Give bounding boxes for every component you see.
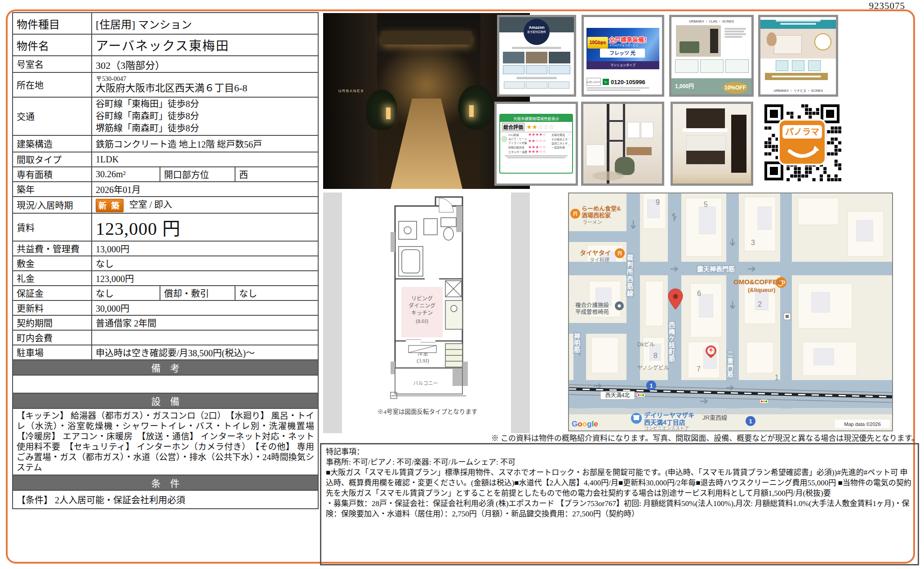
flets-speed: 10Gbps [587,37,608,49]
property-spec-table: 物件種目 [住居用] マンション 物件名 アーバネックス東梅田 号室名 302（… [12,12,319,509]
special-notes-line: ・募集戸数：28戸・保証会社：保証会社利用必須 (株)エポスカード 【プラン75… [326,498,913,519]
remarks-text [13,375,318,393]
block-number: 1 [775,374,779,381]
row-value: 123,000円 [92,271,318,286]
row-value: 13,000円 [92,241,318,256]
amazon-caption: 置き配対応物件 [524,30,550,34]
row-label: 駐車場 [13,345,92,360]
row-label: 共益費・管理費 [13,241,92,256]
address: 大阪府大阪市北区西天満６丁目6-8 [96,82,314,94]
rent-amount: 123,000 円 [92,213,318,241]
eco-row-label: CO₂削減 [508,133,528,137]
svg-text:(8.0J): (8.0J) [416,318,428,324]
special-notes-line: ■大阪ガス「スマモル賃貸プラン」標準採用物件、スマホでオートロック・お部屋を開錠… [326,467,913,498]
svg-text:西天満4丁目店: 西天満4丁目店 [644,419,685,426]
flets-brand: フレッツ 光 [600,49,645,58]
table-row: 駐車場 申込時は空き確認要/月38,500円(税込)〜 [13,345,318,360]
eco-row-stars: ★★☆☆☆ [528,139,546,143]
table-row: 賃料 123,000 円 [13,213,318,241]
eco-row-stars: ★★★☆☆ [528,149,546,154]
new-build-badge: 新 築 [96,199,124,212]
svg-text:(3.9J): (3.9J) [417,358,429,364]
flyer-amazon-delivery: Amazon 置き配対応物件 [497,15,576,97]
equipment-text: 【キッチン】 給湯器（都市ガス）・ガスコンロ（2口） 【水廻り】 風呂・トイレ（… [13,408,318,475]
clas-header: URBANEX ・ CLAS ・ SCINES [671,19,751,23]
flyer-clas-rental: URBANEX ・ CLAS ・ SCINES 1,000円 10%OFF [669,15,754,97]
row-label: 更新料 [13,300,92,315]
eco-row-stars: ☆ [568,137,571,141]
row-label: 物件種目 [13,13,92,34]
eco-overall-stars-empty: ☆☆☆ [538,123,555,130]
eco-row-stars: ☆ [568,143,571,148]
block-number: 3 [751,239,755,246]
access-cell: 谷町線「東梅田」徒歩8分 谷町線「南森町」徒歩8分 堺筋線「南森町」徒歩8分 [92,97,318,135]
bldg-yanoshige-label: ヤノシゲビル [637,365,669,371]
svg-text:(&liqueur): (&liqueur) [748,287,775,293]
ldk-label: リビング [411,296,433,302]
opening-direction: 西 [235,167,318,182]
eco-overall-stars-filled: ★★ [526,123,538,130]
deposit-value: なし [92,286,160,300]
row-value [92,330,318,345]
table-row: 交通 谷町線「東梅田」徒歩8分 谷町線「南森町」徒歩8分 堺筋線「南森町」徒歩8… [13,97,318,135]
parking-value: 申込時は空き確認要/月38,500円(税込)〜 [92,345,318,360]
panorama-badge: パノラマ [779,120,826,165]
street-shinmei: 神明筋 [573,332,580,353]
row-label: 保証金 [13,286,92,300]
bldg-dk-label: Dkビル [637,341,655,348]
row-value: 普通借家 2年間 [92,315,318,330]
eco-row-stars: ★★★★☆ [528,132,546,137]
clas-offer-1: 1,000円 [675,82,694,90]
row-value: 30,000円 [92,300,318,315]
clas-offer-2: 10%OFF [723,82,748,94]
row-value: 1LDK [92,152,318,167]
conditions-band: 条 件 [13,475,318,490]
street-rotenjin: 露天神表門筋 [697,265,735,273]
poi-omo-name: OMO&COFFEE [733,278,782,286]
row-value: 鉄筋コンクリート造 地上12階 総戸数56戸 [92,135,318,152]
street-nijumon: 二重門筋 [726,351,733,378]
location-map: 裁判所西筋線 露天神表門筋 神明筋 西梅ケ枝町筋 二重門筋 9 5 3 6 2 … [568,193,893,431]
table-row: 現況/入居時期 新 築 空室 / 即入 [13,197,318,213]
row-value: なし [92,256,318,271]
eco-performance-label: 大阪市建築物環境性能表示 総合評価 ★★ ☆☆☆ CO₂削減★★★★☆ みどり・… [494,102,578,186]
poi-yamazaki-name: デイリーヤマザキ [644,412,694,419]
svg-text:酒場西松家: 酒場西松家 [582,212,611,219]
table-row: 物件種目 [住居用] マンション [13,13,318,34]
block-number: 5 [704,201,708,208]
table-row: 契約期間 普通借家 2年間 [13,315,318,330]
table-row: 建築構造 鉄筋コンクリート造 地上12階 総戸数56戸 [13,135,318,152]
eco-header: 大阪市建築物環境性能表示 [500,115,572,122]
table-row: 所在地 〒530-0047 大阪府大阪市北区西天満６丁目6-8 [13,72,318,97]
google-logo: Google [572,420,598,428]
flyer-cleaning-service: URBANEX ・ リナビス ・ SCINES [758,15,838,97]
route-shield: 1 [746,416,755,426]
poi-kaigo-name: 複合介護施設 [575,302,609,309]
occupancy-status: 空室 / 即入 [129,200,173,210]
table-row: 号室名 302（3階部分） [13,56,318,72]
amortization-value: なし [235,286,318,300]
table-row: 間取タイプ 1LDK [13,152,318,167]
block-number: 6 [697,290,701,297]
row-label: 礼金 [13,271,92,286]
access-line: 谷町線「東梅田」徒歩8分 [96,98,314,110]
eco-row-stars: ★★★☆☆ [528,145,546,149]
building-sign: URBANEX [338,89,364,93]
eco-row-label: 太陽光発電 [551,133,568,137]
row-label: 交通 [13,97,92,135]
row-label: 建築構造 [13,135,92,152]
equipment-band: 設 備 [13,393,318,408]
eco-overall-label: 総合評価 [502,123,524,131]
map-attribution: Map data ©2026 [835,420,890,428]
row-label: 所在地 [13,72,92,97]
table-row: 礼金 123,000円 [13,271,318,286]
row-label: 現況/入居時期 [13,197,92,213]
block-number: 9 [656,198,660,206]
special-notes-box: 特記事項： 事務所: 不可/ピアノ: 不可/楽器: 不可/ルームシェア: 不可 … [320,443,919,565]
table-row: 物件名 アーバネックス東梅田 [13,34,318,56]
table-row: 共益費・管理費 13,000円 [13,241,318,256]
traffic-light-icon [636,393,645,397]
eco-row-label: その他省エネ [551,137,568,141]
row-label: 賃料 [13,213,92,241]
row-label: 開口部方位 [160,167,235,182]
